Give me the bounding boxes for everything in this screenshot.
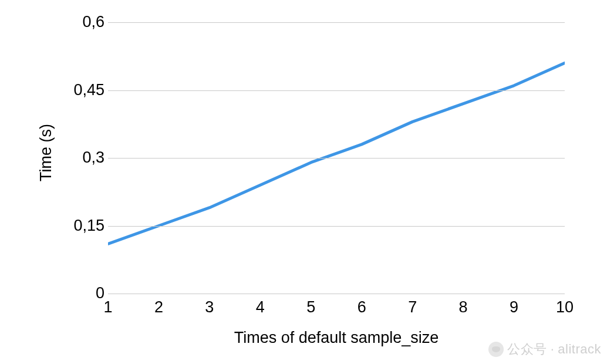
watermark-text-a: 公众号: [507, 341, 547, 358]
watermark-sep: ·: [551, 342, 555, 357]
watermark-text-b: alitrack: [558, 342, 601, 357]
x-tick: 7: [408, 298, 417, 316]
y-tick: 0,45: [69, 81, 104, 99]
x-tick: 9: [510, 298, 518, 316]
y-tick: 0,3: [69, 149, 104, 167]
x-tick: 6: [358, 298, 366, 316]
x-axis-label: Times of default sample_size: [234, 329, 439, 347]
gridline: [108, 294, 565, 294]
x-tick: 5: [306, 298, 315, 316]
y-axis-label: Time (s): [37, 124, 55, 181]
x-tick: 3: [205, 298, 214, 316]
y-tick: 0,15: [69, 217, 104, 235]
x-tick: 8: [459, 298, 468, 316]
x-axis-ticks: 12345678910: [108, 298, 565, 319]
y-axis-ticks: 0,6 0,45 0,3 0,15 0: [66, 22, 108, 294]
x-tick: 10: [556, 298, 574, 316]
wechat-icon: [488, 342, 504, 357]
y-tick: 0,6: [69, 13, 104, 31]
watermark: 公众号 · alitrack: [488, 341, 601, 358]
y-tick: 0: [69, 284, 104, 302]
chart-container: 0,6 0,45 0,3 0,15 0 12345678910 Time (s)…: [0, 0, 607, 364]
gridline: [108, 226, 565, 227]
x-tick: 1: [103, 298, 112, 316]
gridline: [108, 158, 565, 159]
plot-area: [108, 22, 565, 294]
gridline: [108, 22, 565, 23]
x-tick: 2: [154, 298, 163, 316]
gridline: [108, 90, 565, 91]
x-tick: 4: [256, 298, 265, 316]
